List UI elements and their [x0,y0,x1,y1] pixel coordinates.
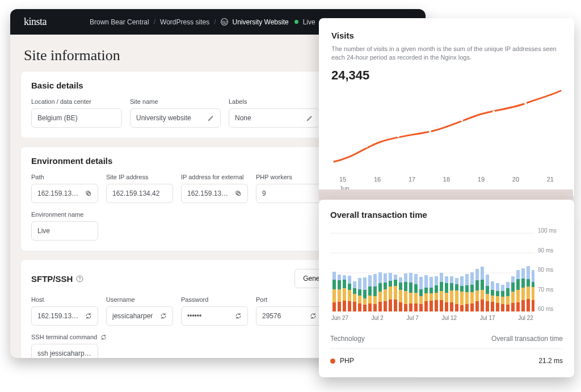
php-value: 21.2 ms [538,357,563,365]
svg-rect-22 [338,289,341,302]
svg-rect-74 [404,291,407,304]
refresh-icon[interactable] [100,334,107,340]
svg-rect-173 [532,300,534,311]
svg-rect-129 [475,301,479,311]
svg-rect-133 [481,300,484,311]
svg-rect-41 [363,305,367,311]
svg-rect-67 [394,280,397,286]
site-name-input[interactable]: University website [130,108,221,128]
siteip-input: 162.159.134.42 [106,184,173,203]
svg-rect-103 [440,282,443,291]
ssh-cmd-input[interactable]: ssh jessicaharper... [31,344,98,358]
table-row: PHP 21.2 ms [330,349,563,365]
svg-rect-111 [450,283,453,290]
svg-rect-107 [445,283,448,293]
svg-rect-28 [343,275,346,280]
svg-rect-84 [414,274,418,284]
svg-rect-149 [501,304,504,311]
svg-rect-144 [491,281,494,290]
svg-rect-31 [348,284,351,290]
x-tick: Jul 2 [372,315,384,321]
svg-rect-100 [435,276,438,285]
copy-icon[interactable] [85,190,92,197]
svg-point-7 [397,135,399,137]
breadcrumb-section[interactable]: WordPress sites [160,18,209,26]
x-tick: Jul 17 [480,315,495,321]
svg-rect-109 [450,302,453,311]
svg-rect-1 [87,192,91,196]
svg-rect-117 [460,305,464,311]
svg-rect-68 [394,275,397,280]
location-input: Belgium (BE) [31,108,122,128]
svg-rect-125 [470,304,474,311]
port-input[interactable]: 29576 [256,306,323,326]
username-input[interactable]: jessicaharper [106,306,173,326]
svg-rect-155 [506,288,510,296]
help-icon[interactable] [76,275,83,283]
svg-rect-17 [332,302,336,311]
svg-rect-33 [353,302,356,311]
host-input[interactable]: 162.159.134.42 [31,306,98,326]
x-tick: Jul 7 [407,315,419,321]
path-input[interactable]: 162.159.134.42 [31,184,98,203]
svg-rect-34 [353,294,356,302]
svg-rect-83 [414,284,418,293]
svg-rect-132 [475,269,479,280]
svg-rect-38 [358,296,361,304]
refresh-icon[interactable] [310,313,317,319]
transaction-table: Technology Overall transaction time PHP … [330,331,563,365]
refresh-icon[interactable] [160,313,167,319]
svg-rect-171 [527,279,530,286]
svg-rect-101 [440,300,443,311]
svg-rect-49 [373,304,377,311]
refresh-icon[interactable] [85,313,92,319]
password-input[interactable]: •••••• [181,306,248,326]
tech-header: Technology [330,335,365,343]
svg-rect-115 [455,284,458,290]
svg-rect-52 [373,274,377,286]
svg-rect-75 [404,282,407,291]
x-tick: 17 [409,176,415,183]
svg-rect-64 [389,273,392,281]
svg-rect-81 [414,304,418,311]
svg-rect-106 [445,293,448,302]
svg-rect-166 [521,288,525,300]
svg-rect-150 [501,297,504,304]
visits-title: Visits [331,31,562,40]
svg-rect-43 [363,290,367,298]
svg-rect-138 [486,294,489,301]
svg-rect-123 [465,285,469,292]
labels-input[interactable]: None [229,108,319,128]
svg-rect-147 [496,291,499,296]
edit-icon[interactable] [306,115,313,121]
breadcrumb-sep: / [154,18,155,26]
php-workers-label: PHP workers [256,174,323,180]
svg-rect-19 [332,280,336,289]
envname-label: Environment name [31,211,98,218]
svg-rect-56 [378,272,382,283]
ssh-cmd-value: ssh jessicaharper... [37,349,92,357]
transaction-title: Overall transaction time [330,210,563,220]
svg-point-6 [365,145,368,147]
x-tick: 19 [478,176,485,183]
password-value: •••••• [187,312,201,320]
svg-rect-167 [521,279,525,288]
external-ip-input[interactable]: 162.159.134.42 [181,184,248,203]
breadcrumb-site[interactable]: University Website [233,18,289,26]
svg-rect-24 [338,275,341,280]
php-label: PHP [340,357,354,365]
svg-rect-141 [491,302,494,311]
svg-rect-154 [506,296,510,305]
refresh-icon[interactable] [235,313,242,319]
svg-rect-85 [419,304,423,311]
breadcrumb-org[interactable]: Brown Bear Central [90,18,149,26]
svg-rect-134 [481,290,484,300]
svg-rect-94 [430,293,433,301]
site-name-value: University website [136,114,191,122]
external-ip-value: 162.159.134.42 [187,189,230,197]
svg-rect-4 [236,191,239,195]
svg-rect-18 [332,289,336,302]
edit-icon[interactable] [208,115,214,121]
copy-icon[interactable] [235,190,242,197]
svg-rect-62 [389,286,392,300]
